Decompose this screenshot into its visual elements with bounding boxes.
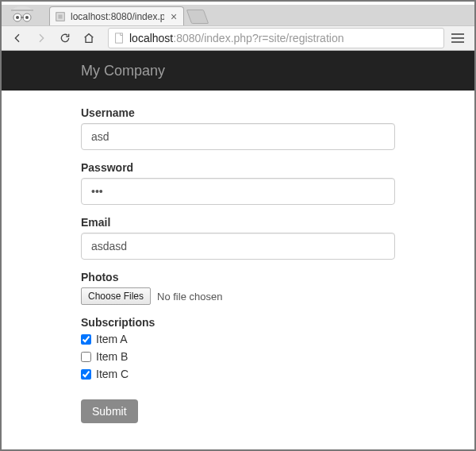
email-label: Email <box>81 216 395 229</box>
password-input[interactable] <box>81 178 395 205</box>
subscription-checkbox-c[interactable] <box>81 369 91 380</box>
subscriptions-label: Subscriptions <box>81 316 395 329</box>
subscription-item-label: Item B <box>96 350 128 363</box>
svg-point-6 <box>25 16 29 19</box>
photos-group: Photos Choose Files No file chosen <box>81 271 395 305</box>
username-input[interactable] <box>81 123 395 150</box>
subscription-item-label: Item A <box>96 333 128 345</box>
hamburger-icon <box>451 33 464 43</box>
submit-button[interactable]: Submit <box>81 399 138 423</box>
page-icon <box>113 33 125 44</box>
window-frame: localhost:8080/index.p × localhost:8080/… <box>0 0 476 451</box>
browser-menu-button[interactable] <box>446 28 470 48</box>
tab-title: localhost:8080/index.p <box>71 11 164 22</box>
subscription-item: Item C <box>81 368 395 380</box>
url-text: localhost:8080/index.php?r=site/registra… <box>129 32 344 44</box>
file-input-row: Choose Files No file chosen <box>81 287 395 305</box>
svg-point-5 <box>16 16 19 19</box>
home-button[interactable] <box>78 28 100 48</box>
tab-favicon-icon <box>55 11 66 22</box>
address-bar[interactable]: localhost:8080/index.php?r=site/registra… <box>108 28 444 48</box>
file-status-text: No file chosen <box>157 291 222 303</box>
username-group: Username <box>81 106 395 150</box>
url-host: localhost <box>129 32 173 44</box>
subscription-item: Item A <box>81 333 395 345</box>
photos-label: Photos <box>81 271 395 283</box>
back-button[interactable] <box>6 28 29 48</box>
reload-button[interactable] <box>54 28 76 48</box>
browser-tab-strip: localhost:8080/index.p × <box>2 5 474 25</box>
tab-close-icon[interactable]: × <box>169 12 178 21</box>
form-container: Username Password Email Photos Choose Fi… <box>2 91 474 423</box>
subscriptions-group: Subscriptions Item A Item B Item C <box>81 316 395 380</box>
forward-button[interactable] <box>30 28 52 48</box>
password-group: Password <box>81 161 395 205</box>
site-navbar: My Company <box>2 51 474 91</box>
subscription-checkbox-b[interactable] <box>81 352 91 362</box>
svg-rect-8 <box>58 14 62 18</box>
page-body: My Company Username Password Email Photo… <box>2 51 474 423</box>
browser-tab[interactable]: localhost:8080/index.p × <box>49 6 184 25</box>
url-rest: :8080/index.php?r=site/registration <box>173 32 344 44</box>
email-input[interactable] <box>81 233 395 260</box>
subscription-item-label: Item C <box>96 368 129 380</box>
choose-files-button[interactable]: Choose Files <box>81 287 151 305</box>
email-group: Email <box>81 216 395 260</box>
svg-rect-4 <box>21 17 24 18</box>
svg-rect-9 <box>116 33 123 43</box>
password-label: Password <box>81 161 395 174</box>
username-label: Username <box>81 106 395 119</box>
new-tab-button[interactable] <box>186 10 209 24</box>
browser-toolbar: localhost:8080/index.php?r=site/registra… <box>2 25 474 51</box>
subscription-checkbox-a[interactable] <box>81 334 91 345</box>
subscription-item: Item B <box>81 350 395 363</box>
brand-text[interactable]: My Company <box>81 63 165 79</box>
svg-rect-1 <box>11 10 33 11</box>
incognito-icon <box>8 3 36 25</box>
